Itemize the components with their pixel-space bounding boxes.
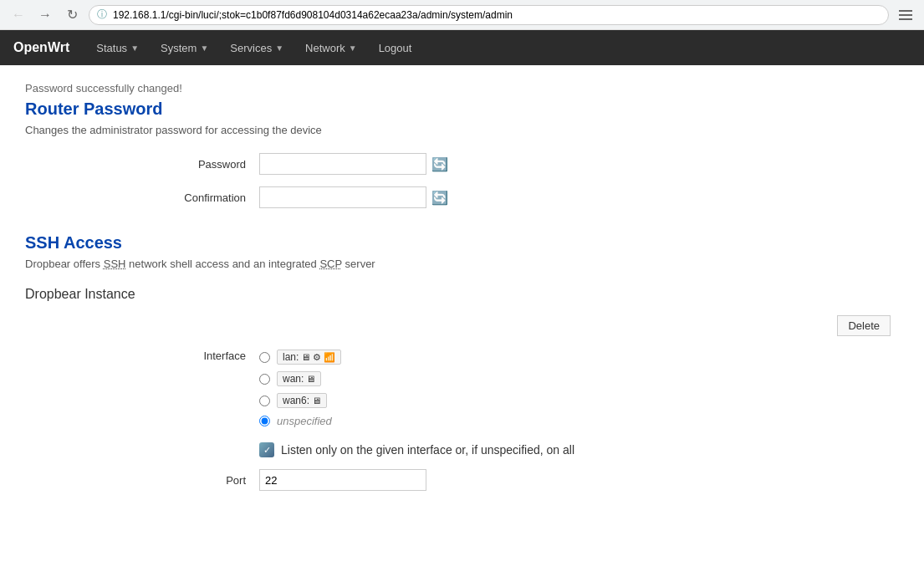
interface-label: Interface xyxy=(25,350,259,362)
password-generate-icon[interactable]: 🔄 xyxy=(431,156,448,172)
delete-btn-row: Delete xyxy=(25,315,899,336)
nav-label-status: Status xyxy=(96,42,127,54)
secure-icon: ⓘ xyxy=(97,8,107,22)
interface-row: Interface lan: 🖥 ⚙ 📶 xyxy=(25,350,899,427)
listen-row: ✓ Listen only on the given interface or,… xyxy=(25,439,899,457)
browser-chrome: ← → ↻ ⓘ xyxy=(0,0,924,30)
chevron-down-icon: ▼ xyxy=(130,43,139,53)
nav-item-services[interactable]: Services ▼ xyxy=(220,35,294,61)
delete-button[interactable]: Delete xyxy=(837,315,891,336)
radio-wan6[interactable] xyxy=(259,396,270,406)
lan-icon-1: 🖥 xyxy=(301,352,310,362)
ssh-desc-post: server xyxy=(345,258,375,270)
ssh-desc-mid: network shell access and an integrated xyxy=(129,258,317,270)
wan6-badge: wan6: 🖥 xyxy=(277,393,327,408)
nav-item-network[interactable]: Network ▼ xyxy=(295,35,367,61)
forward-button[interactable]: → xyxy=(35,5,55,25)
confirmation-input[interactable] xyxy=(259,186,426,208)
ssh-access-title: SSH Access xyxy=(25,233,899,253)
port-input[interactable] xyxy=(259,469,426,491)
browser-menu-icon[interactable] xyxy=(896,5,916,25)
page-content: Password successfully changed! Router Pa… xyxy=(0,65,924,524)
lan-icon-3: 📶 xyxy=(324,352,335,363)
radio-item-lan: lan: 🖥 ⚙ 📶 xyxy=(259,350,341,365)
nav-label-network: Network xyxy=(305,42,345,54)
ssh-access-section: SSH Access Dropbear offers SSH network s… xyxy=(25,233,899,491)
navbar-items: Status ▼ System ▼ Services ▼ Network ▼ L… xyxy=(86,35,421,61)
router-password-title: Router Password xyxy=(25,100,899,119)
lan-badge: lan: 🖥 ⚙ 📶 xyxy=(277,350,341,365)
nav-label-services: Services xyxy=(230,42,272,54)
ssh-abbr: SSH xyxy=(104,258,126,270)
listen-checkbox-row: ✓ Listen only on the given interface or,… xyxy=(259,442,574,457)
address-bar-container: ⓘ xyxy=(89,5,889,25)
scp-abbr: SCP xyxy=(319,258,342,270)
radio-item-unspecified: unspecified xyxy=(259,415,341,427)
ssh-access-desc: Dropbear offers SSH network shell access… xyxy=(25,258,899,270)
navbar: OpenWrt Status ▼ System ▼ Services ▼ Net… xyxy=(0,30,924,65)
radio-unspecified[interactable] xyxy=(259,416,270,426)
port-input-wrap xyxy=(259,469,426,491)
password-input[interactable] xyxy=(259,153,426,175)
lan-label: lan: xyxy=(283,351,299,363)
lan-icon-2: ⚙ xyxy=(313,352,321,363)
navbar-brand[interactable]: OpenWrt xyxy=(13,40,69,55)
unspecified-label: unspecified xyxy=(277,415,332,427)
chevron-down-icon: ▼ xyxy=(349,43,357,53)
address-bar-input[interactable] xyxy=(89,5,889,25)
chevron-down-icon: ▼ xyxy=(200,43,208,53)
nav-label-logout: Logout xyxy=(379,42,412,54)
port-row: Port xyxy=(25,469,899,491)
port-label: Port xyxy=(25,474,259,487)
radio-wan[interactable] xyxy=(259,374,270,385)
confirmation-row: Confirmation 🔄 xyxy=(25,186,899,208)
listen-checkbox-icon[interactable]: ✓ xyxy=(259,442,274,457)
dropbear-instance: Dropbear Instance Delete Interface lan: … xyxy=(25,287,899,491)
password-row: Password 🔄 xyxy=(25,153,899,175)
chevron-down-icon: ▼ xyxy=(275,43,283,53)
confirmation-input-wrap: 🔄 xyxy=(259,186,448,208)
wan-label: wan: xyxy=(283,373,304,385)
router-password-section: Router Password Changes the administrato… xyxy=(25,100,899,208)
nav-item-logout[interactable]: Logout xyxy=(369,35,422,61)
wan6-label: wan6: xyxy=(283,395,309,406)
ssh-desc-pre: Dropbear offers xyxy=(25,258,100,270)
radio-item-wan6: wan6: 🖥 xyxy=(259,393,341,408)
wan-badge: wan: 🖥 xyxy=(277,371,321,386)
listen-description: Listen only on the given interface or, i… xyxy=(281,443,574,457)
nav-item-system[interactable]: System ▼ xyxy=(151,35,218,61)
reload-button[interactable]: ↻ xyxy=(62,5,82,25)
wan-icon-1: 🖥 xyxy=(306,374,315,384)
password-input-wrap: 🔄 xyxy=(259,153,448,175)
radio-lan[interactable] xyxy=(259,352,270,363)
dropbear-subtitle: Dropbear Instance xyxy=(25,287,899,302)
password-label: Password xyxy=(25,158,259,171)
nav-label-system: System xyxy=(161,42,197,54)
confirmation-label: Confirmation xyxy=(25,191,259,204)
success-message: Password successfully changed! xyxy=(25,82,899,94)
router-password-desc: Changes the administrator password for a… xyxy=(25,124,899,136)
nav-item-status[interactable]: Status ▼ xyxy=(86,35,149,61)
interface-radio-group: lan: 🖥 ⚙ 📶 wan: 🖥 xyxy=(259,350,341,427)
radio-item-wan: wan: 🖥 xyxy=(259,371,341,386)
confirmation-generate-icon[interactable]: 🔄 xyxy=(431,190,448,206)
back-button[interactable]: ← xyxy=(8,5,28,25)
wan6-icon-1: 🖥 xyxy=(312,396,321,406)
